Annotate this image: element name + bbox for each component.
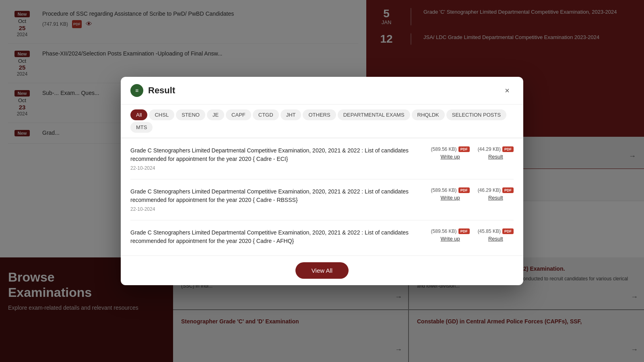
pdf-badge: PDF (502, 187, 514, 193)
result-link[interactable]: Result (488, 154, 503, 160)
pdf-badge: PDF (502, 228, 514, 234)
result-actions: (589.56 KB) PDF Write up (46.29 KB) PDF … (431, 187, 514, 201)
view-all-button[interactable]: View All (295, 262, 349, 279)
tab-mts[interactable]: MTS (130, 122, 153, 133)
result-link[interactable]: Result (488, 195, 503, 201)
writeup-action: (589.56 KB) PDF Write up (431, 146, 470, 160)
background-page: New Oct 25 2024 Procedure of SSC regardi… (0, 0, 644, 362)
tab-je[interactable]: JE (207, 109, 224, 120)
pdf-badge: PDF (458, 187, 470, 193)
result-title: Grade C Stenographers Limited Department… (130, 228, 423, 245)
result-link[interactable]: Result (488, 236, 503, 242)
tab-departmental[interactable]: DEPARTMENTAL EXAMS (338, 109, 410, 120)
modal-header: ≡ Result × (121, 77, 523, 105)
modal-logo: ≡ (130, 84, 143, 97)
pdf-badge: PDF (458, 146, 470, 152)
tab-selection-posts[interactable]: SELECTION POSTS (446, 109, 506, 120)
result-info: Grade C Stenographers Limited Department… (130, 187, 423, 212)
modal-title: Result (148, 85, 496, 96)
writeup-link[interactable]: Write up (441, 154, 460, 160)
tab-steno[interactable]: STENO (176, 109, 205, 120)
result-title: Grade C Stenographers Limited Department… (130, 187, 423, 204)
result-action: (45.85 KB) PDF Result (478, 228, 514, 242)
tab-chsl[interactable]: CHSL (149, 109, 174, 120)
modal-tabs: All CHSL STENO JE CAPF CTGD JHT OTHERS D… (121, 105, 523, 138)
result-info: Grade C Stenographers Limited Department… (130, 146, 423, 171)
writeup-action: (589.56 KB) PDF Write up (431, 228, 470, 242)
writeup-link[interactable]: Write up (441, 236, 460, 242)
writeup-link[interactable]: Write up (441, 195, 460, 201)
writeup-action: (589.56 KB) PDF Write up (431, 187, 470, 201)
result-size: (44.29 KB) PDF (478, 146, 514, 152)
tab-others[interactable]: OTHERS (303, 109, 336, 120)
result-size: (46.29 KB) PDF (478, 187, 514, 193)
pdf-badge: PDF (502, 146, 514, 152)
tab-ctgd[interactable]: CTGD (253, 109, 279, 120)
modal-content: Grade C Stenographers Limited Department… (121, 138, 523, 255)
writeup-size: (589.56 KB) PDF (431, 228, 470, 234)
writeup-size: (589.56 KB) PDF (431, 187, 470, 193)
tab-rhqldk[interactable]: RHQLDK (412, 109, 445, 120)
tab-jht[interactable]: JHT (281, 109, 301, 120)
result-actions: (589.56 KB) PDF Write up (45.85 KB) PDF … (431, 228, 514, 242)
result-title: Grade C Stenographers Limited Department… (130, 146, 423, 163)
writeup-size: (589.56 KB) PDF (431, 146, 470, 152)
tab-all[interactable]: All (130, 109, 147, 120)
result-info: Grade C Stenographers Limited Department… (130, 228, 423, 247)
result-item: Grade C Stenographers Limited Department… (130, 179, 514, 220)
result-date: 22-10-2024 (130, 165, 423, 171)
result-modal: ≡ Result × All CHSL STENO JE CAPF CTGD J… (121, 77, 523, 285)
pdf-badge: PDF (458, 228, 470, 234)
result-action: (46.29 KB) PDF Result (478, 187, 514, 201)
result-date: 22-10-2024 (130, 206, 423, 212)
result-item: Grade C Stenographers Limited Department… (130, 138, 514, 179)
tab-capf[interactable]: CAPF (226, 109, 251, 120)
result-item: Grade C Stenographers Limited Department… (130, 220, 514, 255)
result-actions: (589.56 KB) PDF Write up (44.29 KB) PDF … (431, 146, 514, 160)
result-size: (45.85 KB) PDF (478, 228, 514, 234)
modal-overlay: ≡ Result × All CHSL STENO JE CAPF CTGD J… (0, 0, 644, 362)
result-action: (44.29 KB) PDF Result (478, 146, 514, 160)
modal-close-button[interactable]: × (501, 84, 514, 97)
modal-footer: View All (121, 255, 523, 285)
